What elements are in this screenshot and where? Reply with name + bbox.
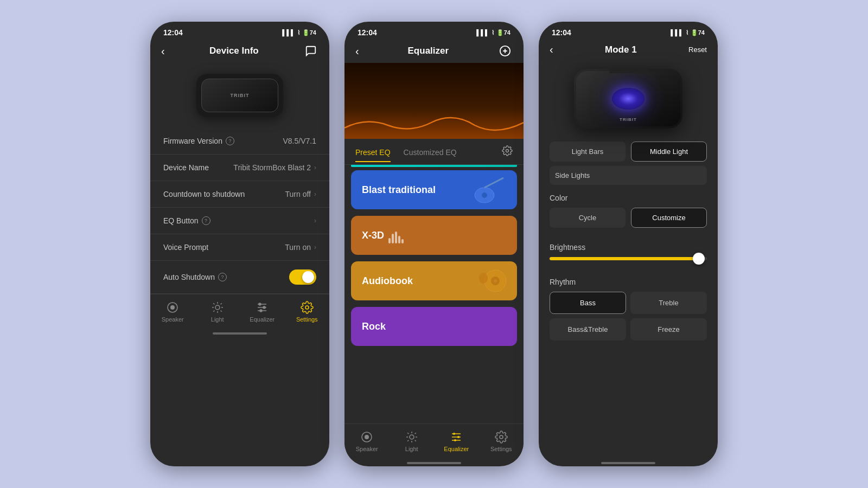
equalizer-tab-icon (256, 301, 269, 314)
preset-eq-tab[interactable]: Preset EQ (355, 148, 391, 162)
eq-button-row[interactable]: EQ Button ? › (150, 208, 329, 234)
bars-graphic (388, 227, 404, 243)
svg-line-35 (414, 440, 416, 441)
middle-light-button[interactable]: Middle Light (631, 142, 707, 162)
rhythm-bass-treble-button[interactable]: Bass&Treble (550, 318, 626, 341)
svg-point-46 (500, 435, 503, 439)
auto-shutdown-help-icon[interactable]: ? (218, 273, 227, 281)
firmware-value: V8.5/V7.1 (283, 137, 317, 145)
wifi-icon-2: ⌇ (492, 29, 494, 36)
home-indicator-2 (344, 463, 524, 466)
eq-help-icon[interactable]: ? (202, 216, 210, 225)
svg-line-5 (213, 303, 214, 304)
eq-card-x3d-label: X-3D (362, 230, 384, 241)
svg-line-39 (414, 433, 416, 434)
eq-settings-icon[interactable] (502, 145, 513, 164)
svg-point-28 (479, 273, 488, 284)
device-image-area (150, 63, 329, 128)
eq-card-rock[interactable]: Rock (351, 307, 517, 346)
status-time-1: 12:04 (163, 28, 183, 37)
cycle-button[interactable]: Cycle (550, 208, 626, 228)
rhythm-freeze-button[interactable]: Freeze (630, 318, 707, 341)
color-selector: Cycle Customize (550, 208, 707, 228)
bar-1 (388, 238, 391, 243)
reset-button[interactable]: Reset (688, 46, 707, 54)
bar-4 (398, 236, 400, 243)
voice-prompt-row[interactable]: Voice Prompt Turn on › (150, 234, 329, 261)
status-time-2: 12:04 (358, 28, 377, 37)
rhythm-treble-button[interactable]: Treble (630, 292, 707, 314)
auto-shutdown-label: Auto Shutdown ? (163, 273, 227, 281)
rhythm-label: Rhythm (550, 278, 707, 286)
tab-speaker-1[interactable]: Speaker (150, 299, 195, 325)
add-icon[interactable] (497, 43, 513, 59)
svg-point-16 (260, 310, 262, 312)
back-button-3[interactable]: ‹ (550, 43, 553, 56)
svg-point-21 (506, 150, 509, 152)
device-info-content: Firmware Version ? V8.5/V7.1 Device Name… (150, 63, 329, 294)
color-section: Color Cycle Customize (539, 189, 718, 239)
customize-button[interactable]: Customize (631, 208, 707, 228)
tab-speaker-2[interactable]: Speaker (344, 428, 390, 454)
eq-card-rock-label: Rock (362, 321, 386, 332)
tab-equalizer-label-2: Equalizer (444, 446, 469, 452)
tab-settings-1[interactable]: Settings (285, 299, 330, 325)
svg-line-38 (407, 440, 409, 441)
tab-light-1[interactable]: Light (195, 299, 240, 325)
tab-equalizer-1[interactable]: Equalizer (240, 299, 285, 325)
signal-icon-3: ▌▌▌ (671, 29, 683, 36)
mode-controls: Light Bars Middle Light Side Lights Colo… (539, 137, 718, 463)
message-icon[interactable] (303, 43, 318, 59)
svg-point-17 (305, 306, 309, 309)
status-icons-3: ▌▌▌ ⌇ 🔋74 (671, 29, 705, 36)
eq-card-x3d[interactable]: X-3D (351, 216, 517, 255)
equalizer-tab-icon-2 (450, 431, 463, 444)
nav-bar-1: ‹ Device Info (150, 40, 329, 63)
eq-card-blast[interactable]: Blast traditional (351, 170, 517, 209)
rhythm-bass-button[interactable]: Bass (550, 292, 626, 314)
tab-equalizer-2[interactable]: Equalizer (434, 428, 479, 454)
countdown-row[interactable]: Countdown to shutdown Turn off › (150, 181, 329, 208)
tab-settings-label-1: Settings (296, 316, 318, 323)
color-label: Color (550, 194, 707, 202)
back-button-2[interactable]: ‹ (355, 45, 359, 57)
device-name-row[interactable]: Device Name Tribit StormBox Blast 2 › (150, 155, 329, 181)
svg-line-10 (220, 303, 221, 304)
auto-shutdown-toggle[interactable] (289, 269, 316, 285)
customized-eq-tab[interactable]: Customized EQ (404, 148, 457, 162)
eq-card-audiobook[interactable]: Audiobook (351, 261, 517, 300)
tab-bar-1: Speaker Light Equalizer (150, 294, 329, 333)
speaker-tab-icon (166, 301, 179, 314)
eq-list: Blast traditional X-3D Audiobook (344, 167, 524, 423)
tab-light-2[interactable]: Light (390, 428, 435, 454)
tab-settings-label-2: Settings (490, 446, 512, 452)
page-title-1: Device Info (209, 46, 259, 56)
brightness-knob[interactable] (693, 253, 705, 265)
phone-equalizer: 12:04 ▌▌▌ ⌇ 🔋74 ‹ Equalizer Preset EQ Cu… (344, 22, 524, 466)
brightness-slider[interactable] (550, 257, 707, 260)
svg-point-1 (170, 305, 175, 310)
svg-point-27 (494, 279, 497, 282)
svg-point-43 (457, 436, 459, 438)
brightness-section: Brightness (539, 239, 718, 273)
home-indicator-3 (539, 463, 718, 466)
nav-bar-2: ‹ Equalizer (344, 40, 524, 63)
back-button-1[interactable]: ‹ (161, 45, 165, 57)
firmware-help-icon[interactable]: ? (226, 137, 234, 145)
tab-speaker-label-2: Speaker (356, 446, 378, 452)
light-bars-button[interactable]: Light Bars (550, 142, 626, 162)
page-title-2: Equalizer (408, 46, 449, 56)
side-lights-button[interactable]: Side Lights (550, 166, 707, 185)
tab-settings-2[interactable]: Settings (479, 428, 524, 454)
wifi-icon-3: ⌇ (686, 29, 688, 36)
countdown-chevron-icon: › (314, 190, 316, 198)
countdown-value: Turn off › (285, 190, 316, 198)
eq-card-audiobook-label: Audiobook (362, 275, 413, 287)
phone-mode: 12:04 ▌▌▌ ⌇ 🔋74 ‹ Mode 1 Reset TRIBIT Li… (539, 22, 718, 466)
audiobook-graphic (468, 265, 512, 297)
svg-point-24 (482, 192, 487, 198)
home-indicator-1 (150, 333, 329, 337)
svg-line-9 (213, 311, 214, 312)
toggle-knob (302, 271, 314, 283)
status-time-3: 12:04 (552, 28, 571, 37)
